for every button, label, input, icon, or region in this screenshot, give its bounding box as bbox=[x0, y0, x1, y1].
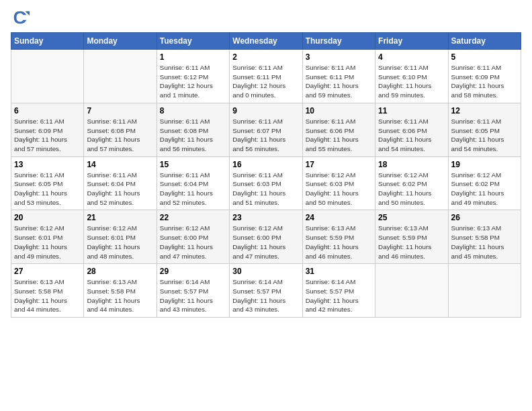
calendar-cell: 22Sunrise: 6:12 AM Sunset: 6:00 PM Dayli… bbox=[157, 210, 229, 264]
day-number: 8 bbox=[160, 106, 226, 116]
calendar-cell: 18Sunrise: 6:12 AM Sunset: 6:02 PM Dayli… bbox=[375, 156, 448, 210]
day-info: Sunrise: 6:13 AM Sunset: 5:58 PM Dayligh… bbox=[14, 277, 81, 314]
day-number: 25 bbox=[378, 213, 445, 222]
day-info: Sunrise: 6:12 AM Sunset: 6:00 PM Dayligh… bbox=[232, 224, 299, 261]
calendar-cell: 7Sunrise: 6:11 AM Sunset: 6:08 PM Daylig… bbox=[84, 103, 157, 156]
day-number: 7 bbox=[87, 106, 153, 116]
day-number: 11 bbox=[378, 106, 445, 116]
calendar-header: SundayMondayTuesdayWednesdayThursdayFrid… bbox=[11, 33, 521, 50]
day-number: 24 bbox=[306, 213, 372, 222]
day-number: 4 bbox=[378, 52, 445, 62]
calendar-cell: 15Sunrise: 6:11 AM Sunset: 6:04 PM Dayli… bbox=[157, 156, 229, 210]
day-info: Sunrise: 6:12 AM Sunset: 6:03 PM Dayligh… bbox=[306, 171, 372, 208]
calendar-week-1: 1Sunrise: 6:11 AM Sunset: 6:12 PM Daylig… bbox=[11, 50, 521, 103]
weekday-header-row: SundayMondayTuesdayWednesdayThursdayFrid… bbox=[11, 33, 521, 50]
calendar-cell: 27Sunrise: 6:13 AM Sunset: 5:58 PM Dayli… bbox=[11, 264, 84, 318]
day-info: Sunrise: 6:11 AM Sunset: 6:09 PM Dayligh… bbox=[451, 63, 518, 100]
calendar-week-3: 13Sunrise: 6:11 AM Sunset: 6:05 PM Dayli… bbox=[11, 156, 521, 210]
weekday-thursday: Thursday bbox=[302, 33, 375, 50]
day-info: Sunrise: 6:11 AM Sunset: 6:03 PM Dayligh… bbox=[232, 171, 299, 208]
day-info: Sunrise: 6:11 AM Sunset: 6:12 PM Dayligh… bbox=[160, 63, 226, 100]
day-info: Sunrise: 6:13 AM Sunset: 5:58 PM Dayligh… bbox=[451, 224, 518, 261]
calendar-cell: 31Sunrise: 6:14 AM Sunset: 5:57 PM Dayli… bbox=[302, 264, 375, 318]
calendar-cell: 29Sunrise: 6:14 AM Sunset: 5:57 PM Dayli… bbox=[157, 264, 229, 318]
weekday-tuesday: Tuesday bbox=[157, 33, 229, 50]
calendar-table: SundayMondayTuesdayWednesdayThursdayFrid… bbox=[11, 32, 521, 318]
logo-icon bbox=[11, 8, 30, 27]
day-number: 19 bbox=[451, 160, 518, 169]
day-info: Sunrise: 6:11 AM Sunset: 6:08 PM Dayligh… bbox=[87, 117, 153, 154]
day-info: Sunrise: 6:13 AM Sunset: 5:59 PM Dayligh… bbox=[306, 224, 372, 261]
weekday-friday: Friday bbox=[375, 33, 448, 50]
day-info: Sunrise: 6:12 AM Sunset: 6:02 PM Dayligh… bbox=[451, 171, 518, 208]
calendar-cell: 20Sunrise: 6:12 AM Sunset: 6:01 PM Dayli… bbox=[11, 210, 84, 264]
day-info: Sunrise: 6:12 AM Sunset: 6:02 PM Dayligh… bbox=[378, 171, 445, 208]
calendar-cell bbox=[11, 50, 84, 103]
calendar-cell: 5Sunrise: 6:11 AM Sunset: 6:09 PM Daylig… bbox=[448, 50, 521, 103]
day-number: 3 bbox=[306, 52, 372, 62]
day-info: Sunrise: 6:11 AM Sunset: 6:05 PM Dayligh… bbox=[14, 171, 81, 208]
day-info: Sunrise: 6:11 AM Sunset: 6:11 PM Dayligh… bbox=[306, 63, 372, 100]
calendar-cell: 14Sunrise: 6:11 AM Sunset: 6:04 PM Dayli… bbox=[84, 156, 157, 210]
day-number: 9 bbox=[232, 106, 299, 116]
day-number: 31 bbox=[306, 267, 372, 276]
day-info: Sunrise: 6:11 AM Sunset: 6:07 PM Dayligh… bbox=[232, 117, 299, 154]
day-number: 26 bbox=[451, 213, 518, 222]
day-number: 14 bbox=[87, 160, 153, 169]
calendar-cell: 24Sunrise: 6:13 AM Sunset: 5:59 PM Dayli… bbox=[302, 210, 375, 264]
day-info: Sunrise: 6:13 AM Sunset: 5:58 PM Dayligh… bbox=[87, 277, 153, 314]
calendar-cell bbox=[448, 264, 521, 318]
day-number: 20 bbox=[14, 213, 81, 222]
calendar-body: 1Sunrise: 6:11 AM Sunset: 6:12 PM Daylig… bbox=[11, 50, 521, 318]
day-info: Sunrise: 6:12 AM Sunset: 6:01 PM Dayligh… bbox=[87, 224, 153, 261]
calendar-week-4: 20Sunrise: 6:12 AM Sunset: 6:01 PM Dayli… bbox=[11, 210, 521, 264]
calendar-week-5: 27Sunrise: 6:13 AM Sunset: 5:58 PM Dayli… bbox=[11, 264, 521, 318]
calendar-cell: 16Sunrise: 6:11 AM Sunset: 6:03 PM Dayli… bbox=[230, 156, 302, 210]
day-info: Sunrise: 6:11 AM Sunset: 6:05 PM Dayligh… bbox=[451, 117, 518, 154]
calendar-cell: 23Sunrise: 6:12 AM Sunset: 6:00 PM Dayli… bbox=[230, 210, 302, 264]
day-number: 5 bbox=[451, 52, 518, 62]
calendar-cell: 12Sunrise: 6:11 AM Sunset: 6:05 PM Dayli… bbox=[448, 103, 521, 156]
day-number: 22 bbox=[160, 213, 226, 222]
day-info: Sunrise: 6:12 AM Sunset: 6:01 PM Dayligh… bbox=[14, 224, 81, 261]
calendar-cell bbox=[375, 264, 448, 318]
calendar-cell: 21Sunrise: 6:12 AM Sunset: 6:01 PM Dayli… bbox=[84, 210, 157, 264]
day-info: Sunrise: 6:11 AM Sunset: 6:06 PM Dayligh… bbox=[306, 117, 372, 154]
calendar-cell: 9Sunrise: 6:11 AM Sunset: 6:07 PM Daylig… bbox=[230, 103, 302, 156]
calendar-cell: 1Sunrise: 6:11 AM Sunset: 6:12 PM Daylig… bbox=[157, 50, 229, 103]
day-info: Sunrise: 6:11 AM Sunset: 6:11 PM Dayligh… bbox=[232, 63, 299, 100]
day-number: 15 bbox=[160, 160, 226, 169]
day-number: 12 bbox=[451, 106, 518, 116]
calendar-cell: 2Sunrise: 6:11 AM Sunset: 6:11 PM Daylig… bbox=[230, 50, 302, 103]
day-info: Sunrise: 6:11 AM Sunset: 6:09 PM Dayligh… bbox=[14, 117, 81, 154]
weekday-sunday: Sunday bbox=[11, 33, 84, 50]
logo bbox=[11, 8, 32, 27]
day-number: 30 bbox=[232, 267, 299, 276]
calendar-cell: 8Sunrise: 6:11 AM Sunset: 6:08 PM Daylig… bbox=[157, 103, 229, 156]
day-number: 23 bbox=[232, 213, 299, 222]
weekday-monday: Monday bbox=[84, 33, 157, 50]
day-info: Sunrise: 6:14 AM Sunset: 5:57 PM Dayligh… bbox=[160, 277, 226, 314]
day-info: Sunrise: 6:11 AM Sunset: 6:06 PM Dayligh… bbox=[378, 117, 445, 154]
weekday-wednesday: Wednesday bbox=[230, 33, 302, 50]
day-info: Sunrise: 6:13 AM Sunset: 5:59 PM Dayligh… bbox=[378, 224, 445, 261]
calendar-cell: 25Sunrise: 6:13 AM Sunset: 5:59 PM Dayli… bbox=[375, 210, 448, 264]
day-number: 6 bbox=[14, 106, 81, 116]
day-number: 18 bbox=[378, 160, 445, 169]
day-info: Sunrise: 6:11 AM Sunset: 6:10 PM Dayligh… bbox=[378, 63, 445, 100]
day-number: 1 bbox=[160, 52, 226, 62]
day-number: 27 bbox=[14, 267, 81, 276]
weekday-saturday: Saturday bbox=[448, 33, 521, 50]
calendar-cell: 26Sunrise: 6:13 AM Sunset: 5:58 PM Dayli… bbox=[448, 210, 521, 264]
calendar-cell: 4Sunrise: 6:11 AM Sunset: 6:10 PM Daylig… bbox=[375, 50, 448, 103]
day-number: 21 bbox=[87, 213, 153, 222]
calendar-cell: 10Sunrise: 6:11 AM Sunset: 6:06 PM Dayli… bbox=[302, 103, 375, 156]
page-container: SundayMondayTuesdayWednesdayThursdayFrid… bbox=[0, 0, 532, 323]
day-number: 13 bbox=[14, 160, 81, 169]
calendar-cell: 28Sunrise: 6:13 AM Sunset: 5:58 PM Dayli… bbox=[84, 264, 157, 318]
day-number: 29 bbox=[160, 267, 226, 276]
calendar-cell: 19Sunrise: 6:12 AM Sunset: 6:02 PM Dayli… bbox=[448, 156, 521, 210]
day-number: 28 bbox=[87, 267, 153, 276]
day-number: 10 bbox=[306, 106, 372, 116]
day-info: Sunrise: 6:14 AM Sunset: 5:57 PM Dayligh… bbox=[306, 277, 372, 314]
